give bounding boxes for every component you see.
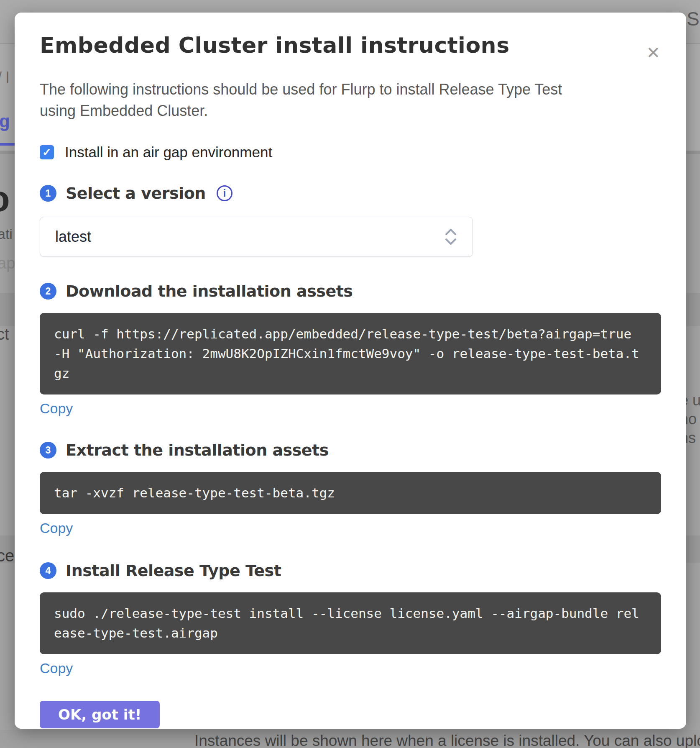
info-icon[interactable]: i [217,185,232,201]
airgap-checkbox-row[interactable]: ✓ Install in an air gap environment [40,144,661,161]
step-3-badge: 3 [40,442,56,459]
instances-empty-state-text: Instances will be shown here when a lice… [194,732,700,748]
extract-command-code-block: tar -xvzf release-type-test-beta.tgz [40,472,661,514]
background-text-fragment: ct [0,325,9,343]
breadcrumb-fragment: / l [0,69,9,87]
step-4-badge: 4 [40,562,56,579]
copy-install-command-link[interactable]: Copy [40,660,73,676]
background-text-fragment: S [687,8,700,30]
background-text-fragment: ati [0,226,13,242]
close-icon[interactable]: ✕ [646,44,660,61]
chevron-up-down-icon [444,227,457,246]
step-2-title: Download the installation assets [66,282,353,300]
background-text-fragment: ce [0,546,14,565]
step-1-badge: 1 [40,185,56,202]
download-command-code-block: curl -f https://replicated.app/embedded/… [40,313,661,394]
version-select-value: latest [55,228,91,246]
page-title-fragment: o [0,177,10,220]
embedded-cluster-install-modal: Embedded Cluster install instructions ✕ … [15,13,686,729]
step-3-header: 3 Extract the installation assets [40,441,661,459]
background-text-fragment: ap [0,254,15,272]
copy-extract-command-link[interactable]: Copy [40,520,73,536]
install-command-code-block: sudo ./release-type-test install --licen… [40,592,661,654]
step-2-badge: 2 [40,283,56,300]
step-1-header: 1 Select a version i [40,184,661,202]
step-1-title: Select a version [66,184,206,202]
active-tab-fragment: g [0,111,10,131]
step-4-header: 4 Install Release Type Test [40,561,661,580]
checkmark-icon: ✓ [42,146,51,159]
airgap-checkbox-label: Install in an air gap environment [65,144,272,161]
modal-description: The following instructions should be use… [40,79,588,121]
ok-got-it-button[interactable]: OK, got it! [40,701,160,728]
airgap-checkbox[interactable]: ✓ [40,145,54,159]
step-2-header: 2 Download the installation assets [40,282,661,300]
step-4-title: Install Release Type Test [66,561,281,580]
version-select[interactable]: latest [40,217,473,257]
active-tab-underline [0,143,16,146]
copy-download-command-link[interactable]: Copy [40,400,73,417]
step-3-title: Extract the installation assets [66,441,329,459]
modal-title: Embedded Cluster install instructions [40,33,661,58]
